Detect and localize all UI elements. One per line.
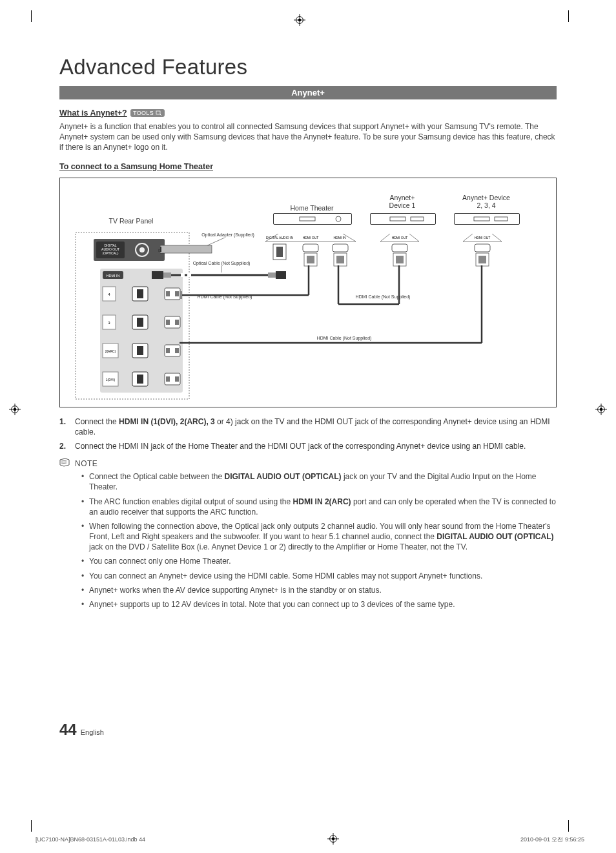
svg-rect-18 [474, 217, 489, 221]
svg-rect-19 [495, 217, 508, 221]
svg-rect-14 [300, 217, 315, 221]
note-2: The ARC function enables digital output … [81, 497, 557, 517]
svg-rect-42 [137, 318, 143, 327]
box-anynet-dev1 [370, 213, 436, 225]
note-4: You can connect only one Home Theater. [81, 556, 557, 566]
svg-line-98 [61, 460, 67, 461]
svg-point-15 [336, 216, 341, 221]
intro-text: Anynet+ is a function that enables you t… [59, 121, 557, 153]
tools-icon [156, 110, 162, 116]
note-7: Anynet+ supports up to 12 AV devices in … [81, 599, 557, 610]
crop-marks-top [0, 14, 616, 32]
svg-rect-81 [336, 256, 344, 263]
note-6: Anynet+ works when the AV device support… [81, 585, 557, 595]
svg-rect-87 [475, 244, 490, 252]
svg-rect-92 [180, 291, 182, 299]
page-title: Advanced Features [59, 55, 557, 79]
note-3: When following the connection above, the… [81, 521, 557, 553]
svg-rect-89 [478, 256, 486, 263]
svg-rect-64 [152, 271, 163, 279]
svg-rect-59 [175, 376, 179, 382]
svg-rect-61 [160, 245, 212, 253]
svg-text:2(ARC): 2(ARC) [105, 349, 116, 353]
svg-line-99 [61, 462, 67, 462]
steps-list: 1. Connect the HDMI IN (1(DVI), 2(ARC), … [59, 416, 557, 452]
svg-rect-52 [175, 348, 179, 353]
svg-rect-44 [166, 320, 170, 325]
svg-rect-83 [392, 244, 407, 252]
svg-text:(OPTICAL): (OPTICAL) [103, 251, 119, 255]
svg-rect-58 [166, 376, 170, 382]
svg-rect-37 [166, 291, 170, 296]
svg-rect-49 [137, 346, 143, 355]
connection-diagram: TV Rear Panel Home Theater Anynet+ Devic… [59, 178, 557, 407]
svg-rect-35 [137, 289, 143, 298]
label-hdmi-cable-2: HDMI Cable (Not Supplied) [344, 294, 422, 299]
note-5: You can connect an Anynet+ device using … [81, 571, 557, 581]
tools-label: TOOLS [133, 110, 154, 116]
step-1: 1. Connect the HDMI IN (1(DVI), 2(ARC), … [59, 416, 557, 437]
page-language: English [81, 728, 104, 736]
note-icon [59, 458, 71, 469]
svg-rect-78 [307, 256, 314, 263]
notes-list: Connect the Optical cable between the DI… [81, 471, 557, 610]
subhead-connect: To connect to a Samsung Home Theater [59, 162, 213, 171]
label-tv-rear: TV Rear Panel [99, 217, 163, 225]
page-footer: 44 English [59, 721, 557, 739]
note-label: NOTE [75, 459, 98, 468]
registration-mark-left [9, 404, 21, 417]
page-number: 44 [59, 721, 77, 739]
svg-rect-85 [396, 256, 404, 263]
optical-adapter-art [160, 238, 251, 257]
svg-rect-16 [390, 217, 406, 221]
note-heading: NOTE [59, 458, 557, 469]
svg-rect-51 [166, 348, 170, 353]
label-optical-cable: Optical Cable (Not Supplied) [183, 261, 260, 265]
svg-text:HDMI OUT: HDMI OUT [392, 236, 408, 240]
svg-line-13 [160, 114, 161, 116]
svg-text:HDMI IN: HDMI IN [106, 274, 119, 278]
label-hdmi-cable-3: HDMI Cable (Not Supplied) [305, 336, 383, 340]
label-anynet-dev234: Anynet+ Device 2, 3, 4 [451, 194, 522, 209]
svg-text:HDMI OUT: HDMI OUT [303, 236, 319, 240]
svg-text:HDMI OUT: HDMI OUT [475, 236, 491, 240]
svg-rect-65 [163, 272, 171, 278]
svg-text:DIGITAL AUDIO IN: DIGITAL AUDIO IN [266, 236, 294, 240]
label-optical-adapter: Optical Adapter (Supplied) [196, 232, 260, 237]
svg-point-24 [139, 247, 145, 252]
page-content: Advanced Features Anynet+ What is Anynet… [59, 55, 557, 745]
svg-rect-79 [333, 244, 348, 252]
svg-rect-75 [276, 247, 283, 257]
step-2: 2. Connect the HDMI IN jack of the Home … [59, 441, 557, 451]
svg-text:1(DVI): 1(DVI) [106, 378, 116, 382]
note-1: Connect the Optical cable between the DI… [81, 471, 557, 492]
svg-rect-56 [137, 375, 143, 384]
svg-text:HDMI IN: HDMI IN [333, 236, 346, 240]
svg-rect-62 [160, 247, 161, 252]
box-home-theater [273, 213, 352, 225]
subhead-what: What is Anynet+? [59, 108, 127, 118]
svg-rect-17 [411, 217, 424, 221]
section-bar: Anynet+ [59, 86, 557, 99]
svg-rect-76 [303, 244, 318, 252]
box-anynet-dev234 [454, 213, 520, 225]
label-home-theater: Home Theater [280, 204, 344, 212]
svg-line-100 [61, 463, 67, 464]
svg-rect-12 [156, 111, 160, 114]
what-is-heading: What is Anynet+? TOOLS [59, 108, 557, 118]
registration-mark-top [294, 14, 305, 32]
registration-mark-right [595, 404, 607, 417]
tools-badge: TOOLS [130, 109, 165, 117]
svg-rect-45 [175, 320, 179, 325]
label-anynet-dev1: Anynet+ Device 1 [370, 194, 435, 209]
svg-rect-38 [175, 291, 179, 296]
hdmi-cables-art [180, 265, 509, 369]
